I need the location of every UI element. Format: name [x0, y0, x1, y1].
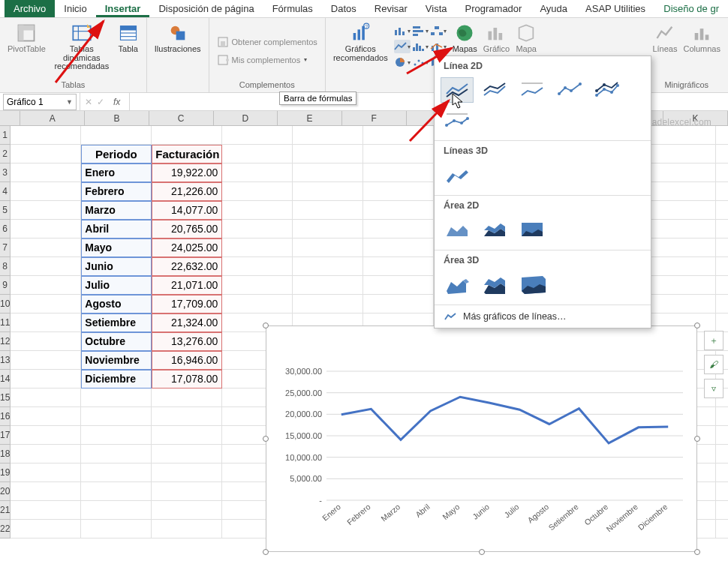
cell[interactable] [716, 295, 728, 314]
cell[interactable] [716, 164, 728, 182]
cell[interactable] [11, 388, 81, 407]
cell[interactable] [716, 257, 728, 276]
cell[interactable] [716, 126, 728, 145]
cell[interactable] [363, 220, 434, 238]
statistic-chart-button[interactable]: ▾ [412, 40, 429, 53]
cell[interactable] [645, 276, 716, 295]
row-header[interactable]: 6 [0, 220, 10, 238]
cell[interactable] [293, 145, 363, 164]
row-header[interactable]: 14 [0, 370, 10, 388]
cell[interactable] [293, 220, 363, 238]
row-header[interactable]: 5 [0, 201, 10, 220]
tab-file[interactable]: Archivo [5, 0, 55, 17]
row-header[interactable]: 21 [0, 501, 10, 520]
cell[interactable] [152, 501, 222, 520]
cell[interactable] [645, 126, 716, 145]
area2d-100stacked-option[interactable] [516, 217, 549, 242]
cell[interactable] [716, 145, 728, 164]
row-header[interactable]: 9 [0, 276, 10, 295]
cell[interactable] [81, 501, 152, 520]
accept-icon[interactable]: ✓ [97, 97, 104, 107]
line2d-markers-option[interactable] [553, 77, 586, 103]
recommended-charts-button[interactable]: ? Gráficos recomendados [333, 21, 388, 62]
row-header[interactable]: 7 [0, 238, 10, 257]
cell[interactable] [293, 201, 363, 220]
chart-elements-button[interactable]: ＋ [704, 331, 723, 350]
table-button[interactable]: Tabla [118, 21, 139, 54]
cell[interactable] [11, 464, 81, 482]
cell[interactable] [11, 482, 81, 501]
cell[interactable] [11, 238, 81, 257]
cell[interactable] [11, 426, 81, 445]
tab-chart-design[interactable]: Diseño de gr [654, 0, 728, 17]
tab-view[interactable]: Vista [417, 0, 456, 17]
resize-handle[interactable] [263, 549, 269, 555]
maps-button[interactable]: Mapas [453, 21, 477, 54]
cell[interactable]: Octubre [81, 332, 152, 351]
cell[interactable] [222, 295, 293, 314]
cell[interactable] [293, 164, 363, 182]
cell[interactable] [293, 295, 363, 314]
cell[interactable]: 21,226.00 [152, 182, 222, 201]
cell[interactable] [11, 182, 81, 201]
cell[interactable]: Marzo [81, 201, 152, 220]
cell[interactable]: Agosto [81, 295, 152, 314]
cell[interactable] [716, 482, 728, 501]
cell[interactable] [11, 145, 81, 164]
cell[interactable] [363, 201, 434, 220]
line3d-option[interactable] [441, 162, 474, 188]
row-header[interactable]: 19 [0, 464, 10, 482]
cell[interactable] [716, 464, 728, 482]
area2d-stacked-option[interactable] [478, 217, 511, 242]
row-header[interactable]: 1 [0, 126, 10, 145]
cell[interactable] [81, 520, 152, 538]
cell[interactable] [363, 276, 434, 295]
cell[interactable] [222, 182, 293, 201]
row-header[interactable]: 2 [0, 145, 10, 164]
col-header[interactable]: E [278, 111, 342, 125]
sparkline-col-button[interactable]: Columnas [683, 21, 720, 54]
cell[interactable] [645, 257, 716, 276]
cell[interactable]: Periodo [81, 145, 152, 164]
cell[interactable] [152, 426, 222, 445]
3dmap-button[interactable]: Mapa [516, 21, 537, 54]
cell[interactable] [293, 238, 363, 257]
line2d-100stacked-markers-option[interactable] [441, 107, 474, 133]
cell[interactable] [293, 276, 363, 295]
col-header[interactable]: B [85, 111, 149, 125]
cell[interactable]: 17,709.00 [152, 295, 222, 314]
chart-filter-button[interactable]: ▿ [704, 379, 723, 398]
cell[interactable]: Mayo [81, 238, 152, 257]
cell[interactable]: Febrero [81, 182, 152, 201]
cell[interactable] [645, 295, 716, 314]
combo-chart-button[interactable]: ▾ [430, 40, 447, 53]
line2d-simple-option[interactable] [441, 77, 474, 103]
chevron-down-icon[interactable]: ▼ [66, 98, 73, 106]
illustrations-button[interactable]: Ilustraciones [155, 21, 201, 54]
cell[interactable]: Junio [81, 257, 152, 276]
cell[interactable] [11, 370, 81, 388]
cell[interactable] [222, 276, 293, 295]
cell[interactable] [11, 257, 81, 276]
cell[interactable] [716, 426, 728, 445]
row-header[interactable]: 8 [0, 257, 10, 276]
cell[interactable] [293, 257, 363, 276]
area3d-simple-option[interactable] [441, 272, 474, 297]
row-header[interactable]: 12 [0, 332, 10, 351]
cell[interactable] [363, 295, 434, 314]
cell[interactable]: Julio [81, 276, 152, 295]
cell[interactable] [716, 407, 728, 426]
recommended-pivot-button[interactable]: Tablas dinámicas recomendadas [52, 21, 112, 71]
cell[interactable] [645, 201, 716, 220]
cell[interactable] [11, 276, 81, 295]
area2d-simple-option[interactable] [441, 217, 474, 242]
cell[interactable] [152, 520, 222, 538]
cell[interactable] [645, 220, 716, 238]
tab-asap[interactable]: ASAP Utilities [576, 0, 654, 17]
cell[interactable] [222, 145, 293, 164]
cell[interactable]: 21,071.00 [152, 276, 222, 295]
cell[interactable] [363, 126, 434, 145]
cell[interactable] [716, 238, 728, 257]
name-box[interactable]: Gráfico 1 ▼ [3, 94, 77, 110]
row-header[interactable]: 10 [0, 295, 10, 314]
